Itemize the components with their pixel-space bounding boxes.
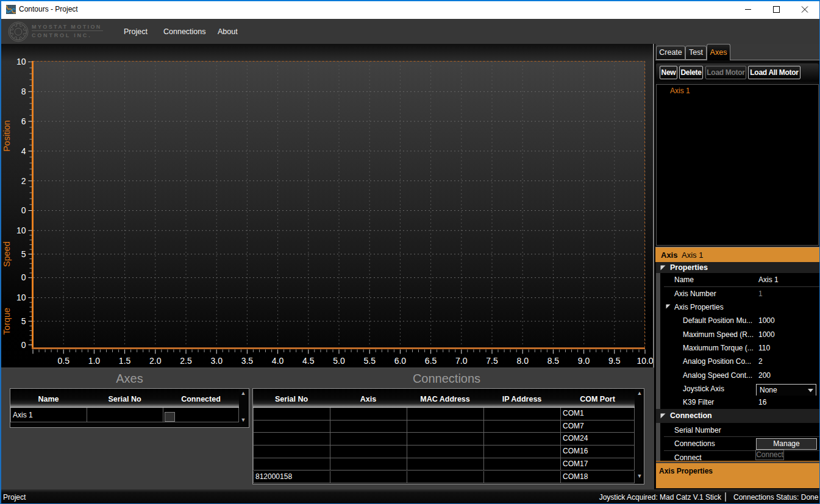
svg-text:10: 10 xyxy=(16,225,26,235)
svg-text:0: 0 xyxy=(21,272,26,282)
svg-text:5.5: 5.5 xyxy=(363,356,376,366)
svg-text:10: 10 xyxy=(16,57,26,66)
svg-text:Speed: Speed xyxy=(2,241,12,267)
svg-text:2.5: 2.5 xyxy=(180,356,192,366)
svg-text:3.0: 3.0 xyxy=(210,356,223,366)
svg-text:8: 8 xyxy=(21,87,26,96)
svg-text:Position: Position xyxy=(2,120,12,152)
svg-text:0.5: 0.5 xyxy=(57,356,70,366)
svg-text:2: 2 xyxy=(21,176,26,186)
svg-text:4: 4 xyxy=(21,146,26,156)
svg-text:5.0: 5.0 xyxy=(333,356,345,366)
svg-text:7.0: 7.0 xyxy=(455,356,468,366)
svg-text:2.0: 2.0 xyxy=(149,356,162,366)
svg-text:3.5: 3.5 xyxy=(241,356,254,366)
svg-text:8.5: 8.5 xyxy=(547,356,560,366)
svg-text:1.0: 1.0 xyxy=(88,356,101,366)
svg-text:4.0: 4.0 xyxy=(272,356,284,366)
svg-text:6.0: 6.0 xyxy=(394,356,407,366)
svg-text:9.5: 9.5 xyxy=(608,356,621,366)
svg-text:7.5: 7.5 xyxy=(486,356,498,366)
svg-text:6.5: 6.5 xyxy=(425,356,437,366)
svg-text:5: 5 xyxy=(21,249,26,259)
svg-text:6: 6 xyxy=(21,116,26,126)
svg-text:Torque: Torque xyxy=(2,308,12,335)
svg-text:1.5: 1.5 xyxy=(119,356,131,366)
svg-text:10.0: 10.0 xyxy=(636,356,653,366)
svg-text:0: 0 xyxy=(21,205,26,215)
svg-text:9.0: 9.0 xyxy=(578,356,590,366)
svg-text:4.5: 4.5 xyxy=(302,356,315,366)
svg-text:8.0: 8.0 xyxy=(516,356,529,366)
svg-text:10: 10 xyxy=(16,293,26,302)
svg-text:5: 5 xyxy=(21,316,26,326)
svg-text:0: 0 xyxy=(21,340,26,350)
